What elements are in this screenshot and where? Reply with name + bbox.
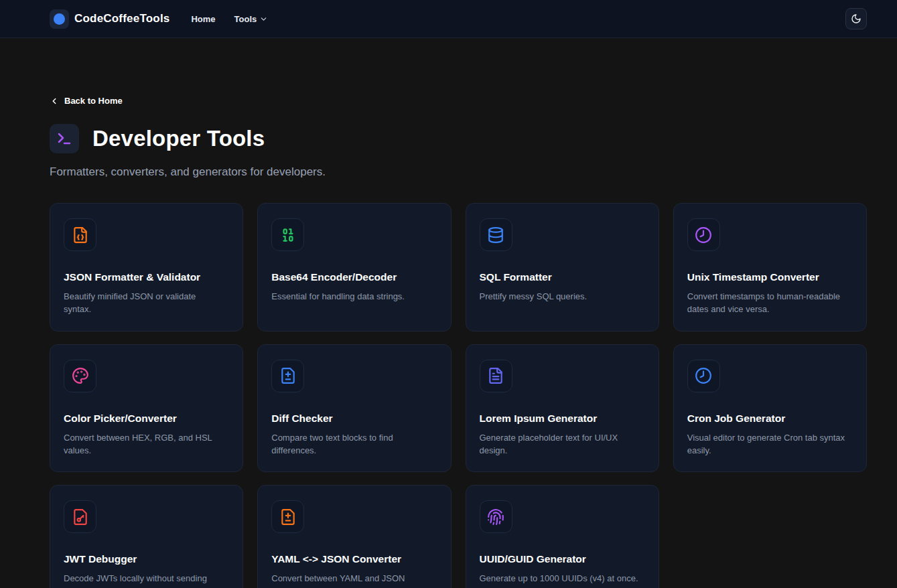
page-title: Developer Tools — [92, 126, 265, 151]
tool-card-description: Generate placeholder text for UI/UX desi… — [480, 432, 645, 457]
database-icon — [480, 218, 512, 251]
file-text-icon — [480, 360, 512, 392]
tool-card-title: Lorem Ipsum Generator — [480, 413, 645, 425]
tool-card-title: Diff Checker — [271, 413, 437, 425]
chevron-left-icon — [50, 96, 59, 106]
tool-card-title: JSON Formatter & Validator — [64, 271, 229, 283]
tools-grid: JSON Formatter & Validator Beautify mini… — [50, 203, 867, 588]
tool-card-yaml-json-converter[interactable]: YAML <-> JSON Converter Convert between … — [257, 485, 451, 588]
tool-card-lorem-ipsum-generator[interactable]: Lorem Ipsum Generator Generate placehold… — [466, 344, 659, 473]
file-json-icon — [64, 218, 96, 251]
file-key-icon — [64, 500, 96, 533]
brand-name: CodeCoffeeTools — [74, 12, 169, 25]
tool-card-color-picker-converter[interactable]: Color Picker/Converter Convert between H… — [50, 344, 243, 473]
tool-card-description: Beautify minified JSON or validate synta… — [64, 291, 229, 316]
navbar: CodeCoffeeTools Home Tools — [0, 0, 897, 38]
tool-card-title: Cron Job Generator — [687, 413, 853, 425]
binary-icon — [271, 218, 304, 251]
brand[interactable]: CodeCoffeeTools — [50, 9, 169, 29]
tool-card-base64-encoder-decoder[interactable]: Base64 Encoder/Decoder Essential for han… — [257, 203, 451, 332]
tool-card-description: Convert between HEX, RGB, and HSL values… — [64, 432, 229, 457]
terminal-icon — [50, 124, 79, 153]
palette-icon — [64, 360, 96, 392]
tool-card-title: Color Picker/Converter — [64, 413, 229, 425]
tool-card-description: Generate up to 1000 UUIDs (v4) at once. — [480, 573, 645, 585]
tool-card-sql-formatter[interactable]: SQL Formatter Prettify messy SQL queries… — [466, 203, 659, 332]
tool-card-title: Unix Timestamp Converter — [687, 271, 853, 283]
tool-card-jwt-debugger[interactable]: JWT Debugger Decode JWTs locally without… — [50, 485, 243, 588]
nav-item-tools-label: Tools — [234, 14, 257, 24]
file-diff-icon — [271, 360, 304, 392]
tool-card-title: Base64 Encoder/Decoder — [271, 271, 437, 283]
tool-card-description: Visual editor to generate Cron tab synta… — [687, 432, 853, 457]
tool-card-description: Convert timestamps to human-readable dat… — [687, 291, 853, 316]
theme-toggle-button[interactable] — [845, 8, 867, 29]
tool-card-diff-checker[interactable]: Diff Checker Compare two text blocks to … — [257, 344, 451, 473]
tool-card-title: SQL Formatter — [480, 271, 645, 283]
tool-card-unix-timestamp-converter[interactable]: Unix Timestamp Converter Convert timesta… — [673, 203, 867, 332]
tool-card-title: UUID/GUID Generator — [480, 553, 645, 565]
main-content: Back to Home Developer Tools Formatters,… — [0, 38, 897, 588]
nav-item-tools[interactable]: Tools — [234, 14, 269, 24]
back-to-home-link[interactable]: Back to Home — [50, 96, 123, 106]
page-header: Developer Tools — [50, 124, 867, 153]
fingerprint-icon — [480, 500, 512, 533]
back-to-home-label: Back to Home — [64, 96, 123, 106]
tool-card-description: Prettify messy SQL queries. — [480, 291, 645, 303]
tool-card-json-formatter-validator[interactable]: JSON Formatter & Validator Beautify mini… — [50, 203, 243, 332]
app-logo-icon — [50, 9, 69, 29]
tool-card-title: YAML <-> JSON Converter — [271, 553, 437, 565]
tool-card-cron-job-generator[interactable]: Cron Job Generator Visual editor to gene… — [673, 344, 867, 473]
nav-item-home[interactable]: Home — [191, 14, 215, 24]
clock-icon — [687, 218, 720, 251]
tool-card-title: JWT Debugger — [64, 553, 229, 565]
page-subtitle: Formatters, converters, and generators f… — [50, 165, 867, 179]
tool-card-uuid-guid-generator[interactable]: UUID/GUID Generator Generate up to 1000 … — [466, 485, 659, 588]
tool-card-description: Compare two text blocks to find differen… — [271, 432, 437, 457]
tool-card-description: Essential for handling data strings. — [271, 291, 437, 303]
moon-icon — [851, 13, 861, 24]
nav-links: Home Tools — [191, 14, 268, 24]
chevron-down-icon — [259, 15, 268, 23]
tool-card-description: Decode JWTs locally without sending them… — [64, 573, 229, 588]
tool-card-description: Convert between YAML and JSON formats in… — [271, 573, 437, 588]
clock-icon — [687, 360, 720, 392]
nav-item-home-label: Home — [191, 14, 215, 24]
file-diff-icon — [271, 500, 304, 533]
